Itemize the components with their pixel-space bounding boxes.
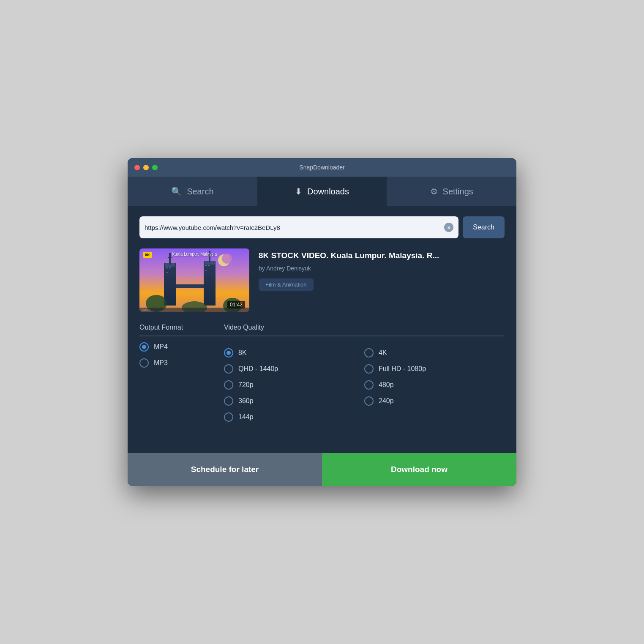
video-details: 8K STOCK VIDEO. Kuala Lumpur. Malaysia. … xyxy=(259,248,505,312)
quality-8k-radio[interactable] xyxy=(224,348,233,357)
quality-360p-label: 360p xyxy=(238,397,254,405)
quality-1080p[interactable]: Full HD - 1080p xyxy=(364,364,505,374)
svg-rect-21 xyxy=(205,270,207,271)
tab-settings[interactable]: ⚙ Settings xyxy=(387,177,516,206)
location-label: Kuala Lumpur, Malaysia xyxy=(139,252,249,257)
quality-720p[interactable]: 720p xyxy=(224,380,364,390)
spacer xyxy=(139,430,505,443)
titlebar: SnapDownloader xyxy=(128,158,516,177)
main-content: × Search xyxy=(128,206,516,453)
svg-rect-16 xyxy=(166,267,168,268)
close-button[interactable] xyxy=(134,165,140,170)
svg-rect-18 xyxy=(166,272,168,273)
url-input[interactable] xyxy=(145,224,444,231)
svg-rect-19 xyxy=(205,265,207,266)
quality-4k-label: 4K xyxy=(379,349,387,357)
output-format-section: Output Format MP4 MP3 xyxy=(139,324,224,422)
url-input-wrapper: × xyxy=(139,216,458,238)
downloads-tab-icon: ⬇ xyxy=(295,186,302,196)
format-mp4-radio[interactable] xyxy=(139,342,149,352)
search-tab-icon: 🔍 xyxy=(171,186,182,196)
minimize-button[interactable] xyxy=(143,165,149,170)
quality-qhd-label: QHD - 1440p xyxy=(238,365,278,373)
quality-4k-radio[interactable] xyxy=(364,348,374,357)
downloads-tab-label: Downloads xyxy=(307,187,349,196)
svg-rect-11 xyxy=(176,284,204,288)
format-mp3-label: MP3 xyxy=(154,359,168,367)
format-mp3[interactable]: MP3 xyxy=(139,358,224,368)
search-bar: × Search xyxy=(139,216,505,238)
maximize-button[interactable] xyxy=(152,165,158,170)
quality-8k[interactable]: 8K xyxy=(224,348,364,357)
quality-grid: 8K QHD - 1440p 720p xyxy=(224,342,505,422)
tab-downloads[interactable]: ⬇ Downloads xyxy=(257,177,387,206)
quality-480p-label: 480p xyxy=(379,381,394,389)
search-button[interactable]: Search xyxy=(463,216,505,238)
format-mp4-label: MP4 xyxy=(154,343,168,351)
svg-rect-17 xyxy=(169,267,171,268)
quality-qhd-radio[interactable] xyxy=(224,364,233,374)
quality-1080p-radio[interactable] xyxy=(364,364,374,374)
format-mp4[interactable]: MP4 xyxy=(139,342,224,352)
svg-rect-7 xyxy=(204,261,216,306)
quality-144p-label: 144p xyxy=(238,413,254,421)
video-title: 8K STOCK VIDEO. Kuala Lumpur. Malaysia. … xyxy=(259,250,505,262)
video-quality-section: Video Quality 8K QHD - 1440p xyxy=(224,324,505,422)
quality-360p[interactable]: 360p xyxy=(224,396,364,406)
format-mp3-radio[interactable] xyxy=(139,358,149,368)
tab-search[interactable]: 🔍 Search xyxy=(128,177,257,206)
quality-144p[interactable]: 144p xyxy=(224,412,364,422)
quality-240p[interactable]: 240p xyxy=(364,396,505,406)
quality-240p-radio[interactable] xyxy=(364,396,374,406)
settings-tab-icon: ⚙ xyxy=(430,186,438,196)
svg-rect-6 xyxy=(168,257,172,258)
quality-480p[interactable]: 480p xyxy=(364,380,505,390)
quality-720p-radio[interactable] xyxy=(224,380,233,390)
clear-button[interactable]: × xyxy=(444,223,453,232)
svg-rect-20 xyxy=(208,265,210,266)
format-radio-list: MP4 MP3 xyxy=(139,342,224,368)
settings-tab-label: Settings xyxy=(443,187,473,196)
window-controls xyxy=(134,165,158,170)
video-info: ©2019 8K Kuala Lumpur, Malaysia 01:42 8K… xyxy=(139,248,505,312)
quality-8k-label: 8K xyxy=(238,349,247,357)
video-thumbnail: ©2019 8K Kuala Lumpur, Malaysia 01:42 xyxy=(139,248,249,312)
download-button[interactable]: Download now xyxy=(322,453,516,486)
duration-badge: 01:42 xyxy=(227,301,245,308)
quality-qhd[interactable]: QHD - 1440p xyxy=(224,364,364,374)
quality-1080p-label: Full HD - 1080p xyxy=(379,365,426,373)
quality-240p-label: 240p xyxy=(379,397,394,405)
quality-144p-radio[interactable] xyxy=(224,412,233,422)
svg-text:©2019: ©2019 xyxy=(142,308,150,311)
tab-navigation: 🔍 Search ⬇ Downloads ⚙ Settings xyxy=(128,177,516,206)
app-title: SnapDownloader xyxy=(299,164,344,171)
search-tab-label: Search xyxy=(187,187,213,196)
options-section: Output Format MP4 MP3 Video Quality xyxy=(139,324,505,422)
bottom-bar: Schedule for later Download now xyxy=(128,453,516,486)
svg-rect-3 xyxy=(164,263,176,306)
app-window: SnapDownloader 🔍 Search ⬇ Downloads ⚙ Se… xyxy=(128,158,516,486)
video-quality-title: Video Quality xyxy=(224,324,505,336)
quality-col2: 4K Full HD - 1080p 480p xyxy=(364,342,505,422)
quality-480p-radio[interactable] xyxy=(364,380,374,390)
quality-720p-label: 720p xyxy=(238,381,254,389)
quality-4k[interactable]: 4K xyxy=(364,348,505,357)
video-category: Film & Animation xyxy=(259,278,314,291)
output-format-title: Output Format xyxy=(139,324,224,336)
quality-360p-radio[interactable] xyxy=(224,396,233,406)
video-author: by Andrey Denisyuk xyxy=(259,265,505,272)
quality-col1: 8K QHD - 1440p 720p xyxy=(224,342,364,422)
schedule-button[interactable]: Schedule for later xyxy=(128,453,322,486)
